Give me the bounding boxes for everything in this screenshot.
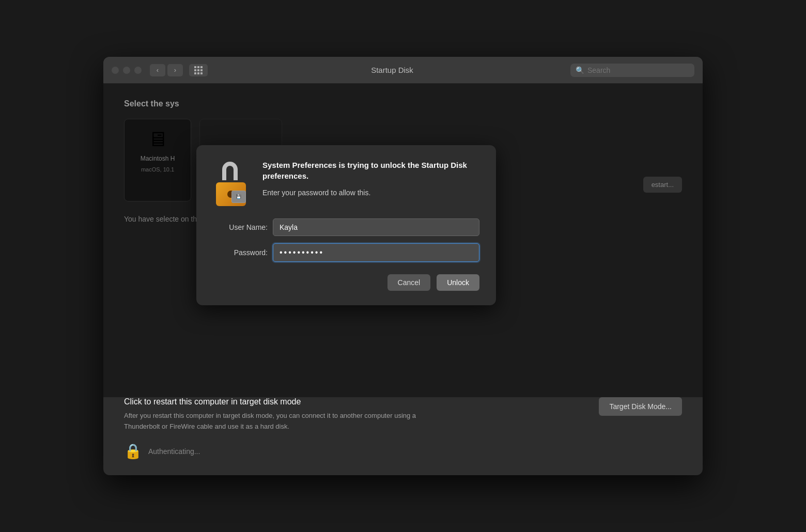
auth-lock-icon: 🔒 (124, 443, 142, 460)
target-disk-row: Click to restart this computer in target… (124, 397, 682, 432)
main-window: ‹ › Startup Disk 🔍 Select the sys 🖥 Maci… (103, 57, 703, 475)
target-disk-mode-button[interactable]: Target Disk Mode... (599, 397, 682, 416)
modal-form: User Name: Password: (211, 218, 479, 262)
grid-icon (194, 66, 203, 74)
nav-buttons: ‹ › (150, 64, 183, 76)
dialog-title: System Preferences is trying to unlock t… (262, 160, 479, 181)
lock-icon: 💾 (211, 160, 252, 206)
search-icon: 🔍 (576, 66, 584, 74)
target-disk-title: Click to restart this computer in target… (124, 397, 599, 406)
username-row: User Name: (211, 218, 479, 236)
search-input[interactable] (587, 66, 689, 74)
bottom-section: Click to restart this computer in target… (103, 397, 703, 475)
unlock-dialog: 💾 System Preferences is trying to unlock… (196, 145, 496, 305)
password-label: Password: (211, 248, 268, 257)
traffic-lights (112, 67, 142, 74)
lock-disk-overlay: 💾 (231, 191, 246, 203)
password-input[interactable] (273, 243, 479, 262)
username-label: User Name: (211, 223, 268, 231)
lock-shackle (222, 162, 238, 180)
maximize-button[interactable] (134, 67, 142, 74)
search-bar[interactable]: 🔍 (570, 64, 694, 77)
modal-buttons: Cancel Unlock (211, 274, 479, 291)
unlock-button[interactable]: Unlock (437, 274, 479, 291)
close-button[interactable] (112, 67, 119, 74)
cancel-button[interactable]: Cancel (388, 274, 431, 291)
modal-text: System Preferences is trying to unlock t… (262, 160, 479, 206)
back-button[interactable]: ‹ (150, 64, 165, 76)
authenticating-row: 🔒 Authenticating... (124, 443, 682, 460)
modal-overlay: 💾 System Preferences is trying to unlock… (103, 84, 703, 397)
auth-status-text: Authenticating... (148, 447, 200, 456)
target-disk-info: Click to restart this computer in target… (124, 397, 599, 432)
forward-button[interactable]: › (167, 64, 183, 76)
lock-body: 💾 (216, 182, 246, 206)
grid-view-button[interactable] (189, 64, 208, 76)
modal-top: 💾 System Preferences is trying to unlock… (211, 160, 479, 206)
window-title: Startup Disk (214, 66, 570, 74)
target-disk-desc: After you restart this computer in targe… (124, 411, 434, 432)
titlebar: ‹ › Startup Disk 🔍 (103, 57, 703, 84)
minimize-button[interactable] (123, 67, 130, 74)
password-row: Password: (211, 243, 479, 262)
username-input[interactable] (273, 218, 479, 236)
dialog-description: Enter your password to allow this. (262, 187, 479, 198)
content-area: Select the sys 🖥 Macintosh H macOS, 10.1… (103, 84, 703, 397)
